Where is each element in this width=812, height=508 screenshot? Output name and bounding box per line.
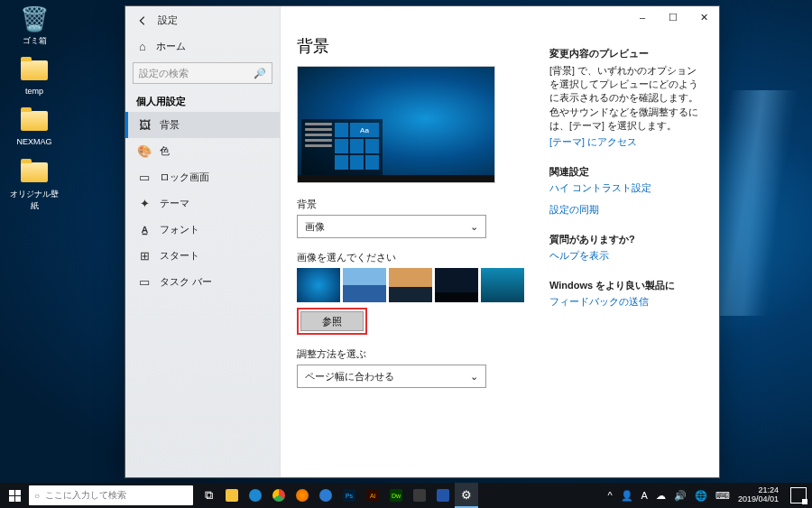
sidebar-item-label: フォント xyxy=(160,223,199,236)
sidebar-item-taskbar[interactable]: ▭ タスク バー xyxy=(125,269,280,295)
desktop-icon-trash[interactable]: 🗑️ ゴミ箱 xyxy=(9,5,60,47)
taskbar: ○ ここに入力して検索 ⧉ Ps Ai Dw ⚙ ^ 👤 A ☁ 🔊 🌐 ⌨ 2… xyxy=(0,483,812,508)
desktop-icon-label: NEXMAG xyxy=(9,137,60,146)
sidebar-item-fonts[interactable]: A̲ フォント xyxy=(125,217,280,243)
taskbar-app-generic2[interactable] xyxy=(431,483,455,508)
taskbar-app-settings[interactable]: ⚙ xyxy=(455,483,478,508)
sidebar-item-themes[interactable]: ✦ テーマ xyxy=(125,190,280,217)
chevron-down-icon: ⌄ xyxy=(470,221,478,233)
folder-icon xyxy=(20,158,49,187)
taskbar-icon: ▭ xyxy=(138,276,151,289)
folder-icon xyxy=(20,56,49,85)
taskbar-search-placeholder: ここに入力して検索 xyxy=(45,489,126,502)
thumbnail-1[interactable] xyxy=(297,268,340,302)
sidebar-item-colors[interactable]: 🎨 色 xyxy=(125,138,280,164)
settings-window: 設定 ⌂ ホーム 設定の検索 🔎 個人用設定 🖼 背景 🎨 色 ▭ ロック画面 … xyxy=(125,5,720,478)
high-contrast-link[interactable]: ハイ コントラスト設定 xyxy=(549,182,703,195)
sidebar-category: 個人用設定 xyxy=(125,88,280,112)
people-icon[interactable]: 👤 xyxy=(621,490,633,502)
sidebar-item-lockscreen[interactable]: ▭ ロック画面 xyxy=(125,164,280,190)
chevron-down-icon: ⌄ xyxy=(470,371,478,383)
taskbar-app-illustrator[interactable]: Ai xyxy=(361,483,384,508)
window-title: 設定 xyxy=(158,14,178,27)
theme-link[interactable]: [テーマ] にアクセス xyxy=(549,136,703,149)
desktop-icon-label: temp xyxy=(9,87,60,96)
thumbnail-4[interactable] xyxy=(435,268,478,302)
background-type-label: 背景 xyxy=(297,198,542,211)
font-icon: A̲ xyxy=(138,224,151,236)
sidebar-item-label: スタート xyxy=(160,249,199,263)
taskbar-app-chrome[interactable] xyxy=(267,483,291,508)
related-heading: 関連設定 xyxy=(549,165,703,179)
sidebar-home[interactable]: ⌂ ホーム xyxy=(125,34,280,59)
taskbar-app-explorer[interactable] xyxy=(220,483,244,508)
close-button[interactable]: ✕ xyxy=(688,6,719,28)
taskbar-app-edge[interactable] xyxy=(244,483,267,508)
sidebar-item-start[interactable]: ⊞ スタート xyxy=(125,243,280,269)
preview-heading: 変更内容のプレビュー xyxy=(549,47,703,60)
desktop-icon-nexmag[interactable]: NEXMAG xyxy=(9,106,60,146)
lock-icon: ▭ xyxy=(138,171,151,184)
background-preview: Aa xyxy=(297,66,495,183)
page-title: 背景 xyxy=(297,35,542,57)
network-icon[interactable]: 🌐 xyxy=(695,490,707,502)
taskbar-app-firefox[interactable] xyxy=(291,483,314,508)
window-controls: – ☐ ✕ xyxy=(627,6,719,28)
taskbar-app-dreamweaver[interactable]: Dw xyxy=(384,483,408,508)
onedrive-icon[interactable]: ☁ xyxy=(656,490,666,502)
home-icon: ⌂ xyxy=(136,41,149,53)
taskbar-app-photoshop[interactable]: Ps xyxy=(337,483,361,508)
clock-date: 2019/04/01 xyxy=(738,495,779,504)
taskbar-app-generic1[interactable] xyxy=(408,483,431,508)
background-type-dropdown[interactable]: 画像 ⌄ xyxy=(297,215,486,238)
keyboard-icon[interactable]: ⌨ xyxy=(715,490,730,502)
help-link[interactable]: ヘルプを表示 xyxy=(549,250,703,263)
image-thumbnails xyxy=(297,268,542,302)
cortana-icon: ○ xyxy=(34,491,40,501)
start-icon: ⊞ xyxy=(138,250,151,263)
fit-dropdown[interactable]: ページ幅に合わせる ⌄ xyxy=(297,365,486,388)
main-panel: 背景 Aa 背景 画像 ⌄ 画像を選んでください xyxy=(297,15,549,477)
taskbar-app-thunderbird[interactable] xyxy=(314,483,337,508)
improve-heading: Windows をより良い製品に xyxy=(549,279,703,292)
desktop-icon-wallpaper[interactable]: オリジナル壁紙 xyxy=(9,158,60,212)
thumbnail-2[interactable] xyxy=(343,268,386,302)
thumbnail-3[interactable] xyxy=(389,268,432,302)
search-input[interactable]: 設定の検索 🔎 xyxy=(133,62,272,84)
sidebar-item-label: タスク バー xyxy=(160,275,212,289)
sidebar-item-label: テーマ xyxy=(160,197,189,210)
back-icon[interactable] xyxy=(136,14,149,27)
question-heading: 質問がありますか? xyxy=(549,233,703,246)
system-tray: ^ 👤 A ☁ 🔊 🌐 ⌨ 21:24 2019/04/01 xyxy=(607,486,812,504)
picture-icon: 🖼 xyxy=(138,119,151,132)
preview-tile-aa: Aa xyxy=(350,123,379,137)
dropdown-value: 画像 xyxy=(305,220,325,234)
desktop-icon-label: ゴミ箱 xyxy=(9,35,60,47)
sync-link[interactable]: 設定の同期 xyxy=(549,204,703,217)
sidebar-item-label: ロック画面 xyxy=(160,171,209,184)
desktop-icon-temp[interactable]: temp xyxy=(9,56,60,96)
browse-button[interactable]: 参照 xyxy=(300,311,364,331)
trash-icon: 🗑️ xyxy=(20,5,49,33)
volume-icon[interactable]: 🔊 xyxy=(674,490,687,502)
tray-overflow-icon[interactable]: ^ xyxy=(607,490,612,501)
theme-icon: ✦ xyxy=(138,198,151,210)
sidebar-item-background[interactable]: 🖼 背景 xyxy=(125,112,280,138)
maximize-button[interactable]: ☐ xyxy=(658,6,688,28)
task-view-icon[interactable]: ⧉ xyxy=(197,483,220,508)
preview-body: [背景] で、いずれかのオプションを選択してプレビューにどのように表示されるのか… xyxy=(549,64,703,133)
action-center-icon[interactable] xyxy=(790,487,807,503)
minimize-button[interactable]: – xyxy=(627,6,658,28)
gear-icon: ⚙ xyxy=(461,488,472,502)
sidebar-item-label: 背景 xyxy=(160,118,180,132)
thumbnail-5[interactable] xyxy=(481,268,524,302)
choose-image-label: 画像を選んでください xyxy=(297,251,542,264)
start-button[interactable] xyxy=(0,483,29,508)
ime-icon[interactable]: A xyxy=(641,490,648,501)
sidebar-item-label: 色 xyxy=(160,144,170,158)
search-icon: 🔎 xyxy=(254,68,266,79)
search-placeholder: 設定の検索 xyxy=(139,67,189,80)
taskbar-search[interactable]: ○ ここに入力して検索 xyxy=(29,485,193,505)
taskbar-clock[interactable]: 21:24 2019/04/01 xyxy=(738,486,779,504)
feedback-link[interactable]: フィードバックの送信 xyxy=(549,296,703,309)
